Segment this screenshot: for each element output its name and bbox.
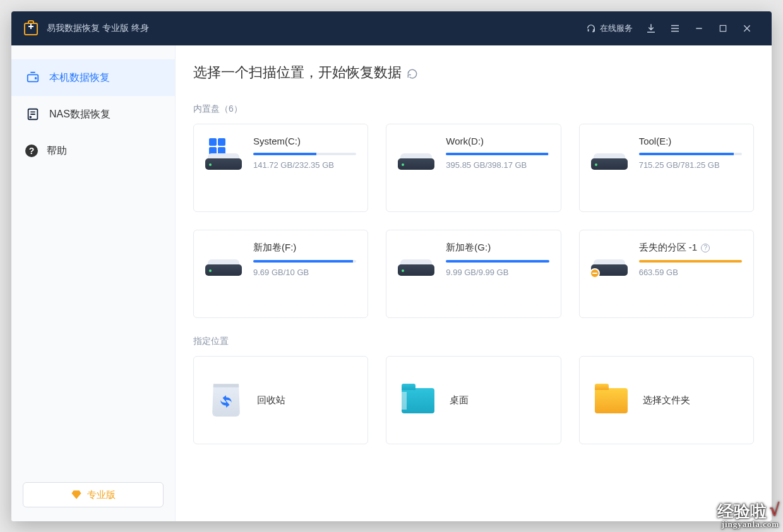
section-label-locations: 指定位置 [193, 336, 754, 347]
drive-usage: 141.72 GB/232.35 GB [253, 160, 356, 170]
drive-card-tool-e[interactable]: Tool(E:) 715.25 GB/781.25 GB [579, 124, 754, 212]
location-card-choose-folder[interactable]: 选择文件夹 [579, 356, 754, 444]
drive-icon [591, 137, 628, 174]
app-title: 易我数据恢复 专业版 终身 [47, 23, 149, 34]
minimize-button[interactable] [688, 18, 710, 39]
sidebar-item-nas-recovery[interactable]: NAS数据恢复 [11, 96, 175, 133]
refresh-icon [407, 68, 418, 80]
close-button[interactable] [736, 18, 758, 39]
diamond-icon [71, 489, 82, 500]
drive-usage: 9.69 GB/10 GB [253, 268, 356, 277]
refresh-button[interactable] [407, 67, 418, 78]
location-label: 选择文件夹 [643, 394, 690, 406]
location-row: 回收站 桌面 选择文件夹 [193, 356, 754, 444]
location-label: 桌面 [450, 394, 469, 406]
warning-badge-icon [590, 268, 600, 278]
drive-icon [205, 243, 242, 280]
svg-rect-0 [720, 25, 726, 31]
drive-icon [591, 243, 628, 280]
local-recovery-icon [25, 70, 40, 85]
sidebar-item-local-recovery[interactable]: 本机数据恢复 [11, 59, 175, 96]
usage-bar [639, 153, 742, 155]
close-icon [742, 23, 752, 33]
usage-bar [446, 153, 549, 155]
desktop-folder-icon [402, 383, 436, 417]
usage-bar [446, 260, 549, 263]
svg-point-4 [30, 117, 31, 118]
drive-card-lost-partition[interactable]: 丢失的分区 -1 ? 663.59 GB [579, 230, 754, 318]
windows-tiles-icon [209, 138, 225, 155]
usage-bar [253, 153, 356, 155]
drive-name: Tool(E:) [639, 136, 742, 146]
main-content: 选择一个扫描位置，开始恢复数据 内置盘（6） System(C:) [176, 45, 772, 521]
nas-recovery-icon [25, 107, 40, 122]
drive-icon [398, 137, 434, 174]
drive-name: Work(D:) [446, 136, 549, 146]
sidebar-item-help[interactable]: ? 帮助 [11, 133, 175, 169]
location-card-desktop[interactable]: 桌面 [386, 356, 561, 444]
drive-name: 新加卷(F:) [253, 242, 356, 254]
app-logo-icon [24, 21, 38, 35]
online-service-label: 在线服务 [600, 23, 633, 34]
drive-card-new-f[interactable]: 新加卷(F:) 9.69 GB/10 GB [193, 230, 368, 318]
headset-icon [586, 23, 596, 33]
location-label: 回收站 [257, 394, 285, 406]
choose-folder-icon [595, 383, 629, 417]
section-label-internal: 内置盘（6） [193, 103, 754, 115]
usage-bar [639, 260, 742, 263]
page-title-row: 选择一个扫描位置，开始恢复数据 [193, 63, 754, 82]
maximize-icon [719, 24, 727, 33]
drive-row: 新加卷(F:) 9.69 GB/10 GB 新加卷(G:) 9.99 GB/9.… [193, 230, 754, 318]
drive-usage: 715.25 GB/781.25 GB [639, 160, 742, 170]
pro-version-button[interactable]: 专业版 [23, 482, 164, 507]
sidebar: 本机数据恢复 NAS数据恢复 ? 帮助 专业版 [11, 45, 176, 521]
app-window: 易我数据恢复 专业版 终身 在线服务 [11, 11, 772, 521]
page-title: 选择一个扫描位置，开始恢复数据 [193, 63, 402, 82]
info-icon[interactable]: ? [701, 244, 710, 252]
recycle-bin-icon [209, 383, 243, 417]
download-button[interactable] [640, 18, 662, 39]
sidebar-item-label: NAS数据恢复 [49, 108, 111, 121]
titlebar: 易我数据恢复 专业版 终身 在线服务 [11, 11, 772, 45]
hamburger-icon [669, 23, 681, 34]
drive-icon [398, 243, 434, 280]
location-card-recycle-bin[interactable]: 回收站 [193, 356, 368, 444]
drive-usage: 663.59 GB [639, 268, 742, 277]
menu-button[interactable] [664, 18, 686, 39]
drive-name: 丢失的分区 -1 ? [639, 242, 742, 254]
pro-version-label: 专业版 [87, 489, 116, 501]
sidebar-item-label: 本机数据恢复 [49, 71, 110, 85]
help-icon: ? [25, 145, 38, 157]
drive-usage: 395.85 GB/398.17 GB [446, 160, 549, 170]
drive-row: System(C:) 141.72 GB/232.35 GB Work(D:) … [193, 124, 754, 212]
drive-name: System(C:) [253, 136, 356, 146]
usage-bar [253, 260, 356, 263]
drive-icon [205, 137, 242, 174]
drive-name: 新加卷(G:) [446, 242, 549, 254]
drive-card-new-g[interactable]: 新加卷(G:) 9.99 GB/9.99 GB [386, 230, 561, 318]
svg-point-2 [35, 78, 37, 79]
minimize-icon [694, 23, 704, 33]
drive-usage: 9.99 GB/9.99 GB [446, 268, 549, 277]
online-service-button[interactable]: 在线服务 [586, 23, 633, 34]
maximize-button[interactable] [712, 18, 734, 39]
sidebar-item-label: 帮助 [47, 145, 67, 158]
drive-card-work-d[interactable]: Work(D:) 395.85 GB/398.17 GB [386, 124, 561, 212]
download-icon [645, 23, 657, 34]
drive-card-system-c[interactable]: System(C:) 141.72 GB/232.35 GB [193, 124, 368, 212]
